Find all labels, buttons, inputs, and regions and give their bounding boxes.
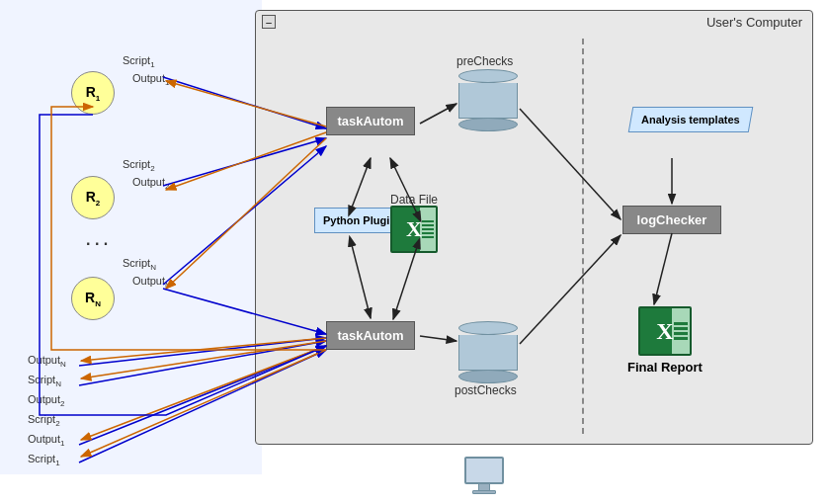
pre-checks-label: preChecks [456,54,513,68]
rn-sub: N [95,298,101,307]
excel-x-symbol: X [406,216,422,242]
data-file-label: Data File [390,193,438,207]
output2-label: Output2 [132,176,169,191]
r1-label: R1 [86,84,101,103]
r2-sub: 2 [96,198,100,207]
r2-node: R2 [71,176,115,219]
rn-label: RN [85,290,101,308]
final-excel-grid [672,308,690,354]
monitor-screen [464,457,504,484]
analysis-templates-box: Analysis templates [628,107,753,132]
db-top2 [458,321,518,335]
script2-label: Script2 [123,158,155,173]
r1-sub: 1 [96,93,100,102]
r1-node: R1 [71,71,115,115]
script1-top-label: Script1 [123,54,155,69]
output1-bottom-label: Output1 [28,433,64,448]
scriptN-bottom-label: ScriptN [28,374,61,388]
computer-label: User's Computer [706,15,802,30]
minimize-button[interactable]: – [262,15,276,29]
monitor-base [472,490,496,494]
scriptN-top-label: ScriptN [123,257,156,272]
script1-bottom-label: Script1 [28,453,60,467]
task-autom-bottom: taskAutom [326,321,415,350]
output1-top-label: Output1 [132,72,169,87]
dots-label: · · · [86,235,108,253]
db-body [458,83,518,119]
task-autom-top: taskAutom [326,107,415,135]
final-excel-x: X [656,318,673,345]
post-checks-db [458,321,518,383]
excel-grid [420,208,436,251]
db-body2 [458,335,518,371]
post-checks-label: postChecks [455,383,517,397]
data-file-excel-icon: X [390,206,438,253]
output2-bottom-label: Output2 [28,393,64,408]
outputN-bottom-label: OutputN [28,354,66,369]
script2-bottom-label: Script2 [28,413,60,428]
analysis-templates-label: Analysis templates [641,114,740,126]
python-plugin-label: Python Plugin [323,214,396,226]
r2-label: R2 [86,189,101,208]
final-report-label: Final Report [627,360,703,375]
final-report-container: X Final Report [627,306,703,371]
db-bottom [458,118,518,131]
computer-icon [459,457,509,494]
rn-node: RN [71,277,115,320]
db-top [458,69,518,83]
log-checker-box: logChecker [622,206,721,234]
pre-checks-db [458,69,518,131]
dashed-divider [582,39,584,434]
outputN-top-label: OutputN [132,275,171,290]
db-bottom2 [458,370,518,383]
